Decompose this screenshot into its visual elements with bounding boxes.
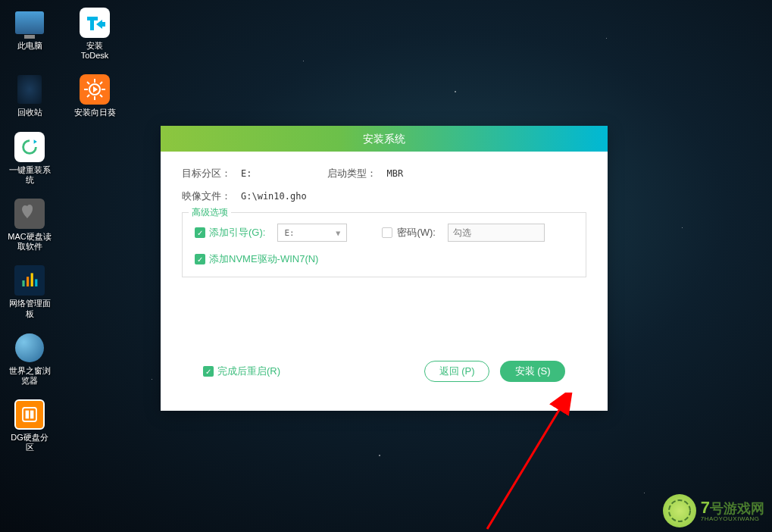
icon-label: 此电脑 [17,41,42,51]
svg-rect-15 [26,411,30,419]
password-label: 密码(W): [397,226,436,239]
globe-icon [14,333,45,363]
image-file-label: 映像文件： [182,189,241,203]
icon-label: 网络管理面板 [8,299,52,318]
svg-rect-12 [31,274,33,287]
svg-rect-13 [35,280,37,287]
boot-type-value: MBR [386,168,403,179]
watermark-logo-icon [663,494,696,527]
icon-label: 一键重装系统 [8,165,52,185]
restart-label: 完成后重启(R) [217,365,280,378]
network-panel-icon [14,265,45,296]
icon-label: 回收站 [17,108,42,117]
bin-icon [14,74,45,105]
desktop-icon-mac-reader[interactable]: MAC硬盘读取软件 [8,199,52,252]
dialog-title: 安装系统 [161,126,608,152]
desktop-icon-reinstall[interactable]: 一键重装系统 [8,132,52,185]
sunflower-icon [80,74,110,105]
check-icon: ✓ [203,366,214,377]
desktop-icon-network-panel[interactable]: 网络管理面板 [8,265,52,318]
icon-label: 世界之窗浏览器 [8,366,52,386]
svg-marker-1 [93,86,98,92]
password-input[interactable] [448,224,545,242]
watermark-subtitle: 7HAOYOUXIWANG [701,516,764,522]
install-button[interactable]: 安装 (S) [500,361,565,382]
watermark-title: 7号游戏网 [701,499,764,516]
dg-icon [14,399,45,430]
reinstall-icon [14,132,45,162]
target-partition-label: 目标分区： [182,167,241,180]
desktop-icon-theworld-browser[interactable]: 世界之窗浏览器 [8,333,52,386]
desktop-icon-sunflower[interactable]: 安装向日葵 [73,74,117,117]
nvme-label: 添加NVME驱动-WIN7(N) [209,252,318,266]
dialog-body: 目标分区： E: 启动类型： MBR 映像文件： G:\win10.gho 高级… [161,152,608,411]
svg-rect-14 [23,408,36,421]
dropdown-value: E: [284,228,294,238]
svg-line-18 [487,406,561,529]
restart-after-checkbox[interactable]: ✓ 完成后重启(R) [203,365,280,378]
watermark: 7号游戏网 7HAOYOUXIWANG [663,494,764,527]
svg-rect-10 [22,280,24,286]
advanced-options-fieldset: 高级选项 ✓ 添加引导(G): E: ▼ 密码(W): ✓ [182,212,586,277]
boot-type-label: 启动类型： [327,167,386,180]
check-icon: ✓ [195,227,205,238]
desktop-icon-this-pc[interactable]: 此电脑 [8,8,52,61]
svg-rect-16 [30,411,34,419]
svg-rect-11 [27,277,29,287]
svg-point-19 [669,500,690,521]
desktop-icons: 此电脑 安装ToDesk 回收站 安装向日葵 一键重装系统 [8,8,117,452]
chevron-down-icon: ▼ [336,229,340,237]
image-file-value: G:\win10.gho [241,191,307,202]
pc-icon [14,8,45,38]
check-icon: ✓ [195,254,205,264]
icon-label: DG硬盘分区 [8,433,52,452]
nvme-driver-checkbox[interactable]: ✓ 添加NVME驱动-WIN7(N) [195,252,318,266]
mac-disk-icon [14,199,45,229]
svg-line-6 [87,82,89,84]
icon-label: MAC硬盘读取软件 [8,232,52,252]
svg-line-8 [87,95,89,97]
icon-label: 安装向日葵 [74,108,116,117]
target-partition-value: E: [241,168,252,179]
svg-line-9 [100,82,102,84]
desktop-icon-recycle-bin[interactable]: 回收站 [8,74,52,117]
boot-drive-dropdown[interactable]: E: ▼ [277,224,347,242]
icon-label: 安装ToDesk [73,41,117,61]
desktop-icon-dg-partition[interactable]: DG硬盘分区 [8,399,52,452]
back-button[interactable]: 返回 (P) [424,361,489,382]
desktop-icon-todesk[interactable]: 安装ToDesk [73,8,117,61]
add-boot-label: 添加引导(G): [209,226,265,239]
add-boot-checkbox[interactable]: ✓ 添加引导(G): [195,226,265,239]
todesk-icon [80,8,110,38]
password-checkbox[interactable] [382,227,392,238]
advanced-legend: 高级选项 [189,206,231,219]
install-system-dialog: 安装系统 目标分区： E: 启动类型： MBR 映像文件： G:\win10.g… [161,126,608,411]
svg-line-7 [100,95,102,97]
annotation-arrow [453,393,605,532]
